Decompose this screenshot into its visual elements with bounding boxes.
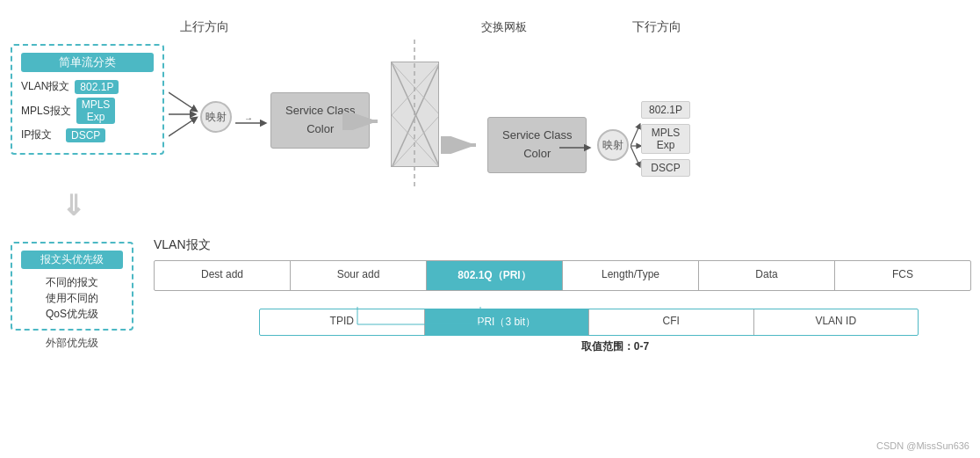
range-text: 取值范围：0-7 <box>259 339 971 354</box>
mapping-circle-upstream: 映射 <box>200 101 232 133</box>
priority-text: 不同的报文使用不同的QoS优先级 <box>21 274 123 322</box>
vlan-cell-fcs: FCS <box>835 261 970 290</box>
vlan-cell-sour: Sour add <box>291 261 427 290</box>
svg-line-0 <box>169 92 195 110</box>
class-label-mpls: MPLS报文 <box>21 104 71 119</box>
watermark: CSDN @MissSun636 <box>876 440 969 451</box>
svg-line-2 <box>169 119 195 136</box>
vlan-cell-dest: Dest add <box>155 261 291 290</box>
class-label-vlan: VLAN报文 <box>21 79 69 94</box>
connector-svg <box>340 307 515 326</box>
mapping-circle-downstream: 映射 <box>597 129 629 161</box>
mapping-label-downstream: 映射 <box>597 129 629 161</box>
output-label-mpls: MPLS Exp <box>641 124 690 154</box>
arrow-from-fabric <box>441 136 485 154</box>
vlan-cell-8021q: 802.1Q（PRI） <box>427 261 563 290</box>
downstream-label: 下行方向 <box>632 19 681 35</box>
sub-cell-vlanid: VLAN ID <box>754 309 919 335</box>
priority-box-inner: 报文头优先级 不同的报文使用不同的QoS优先级 <box>11 242 133 331</box>
class-label-ip: IP报文 <box>21 127 61 142</box>
svg-line-16 <box>631 126 639 146</box>
output-labels: 802.1P MPLS Exp DSCP <box>641 101 690 177</box>
output-label-8021p: 802.1P <box>641 101 690 119</box>
simple-class-title: 简单流分类 <box>21 53 154 72</box>
class-row-vlan: VLAN报文 802.1P <box>21 79 154 94</box>
vlan-cell-length: Length/Type <box>563 261 699 290</box>
class-badge-dscp: DSCP <box>66 128 105 142</box>
class-row-ip: IP报文 DSCP <box>21 127 154 142</box>
arrow-to-fabric <box>342 113 386 130</box>
upstream-label: 上行方向 <box>180 19 229 35</box>
vlan-section: VLAN报文 Dest add Sour add 802.1Q（PRI） Len… <box>154 237 971 354</box>
simple-class-box: 简单流分类 VLAN报文 802.1P MPLS报文 MPLS Exp IP报文… <box>11 44 164 155</box>
sub-frame-container: TPID PRI（3 bit） CFI VLAN ID 取值范围：0-7 <box>154 309 971 354</box>
sub-cell-cfi: CFI <box>589 309 754 335</box>
vlan-title: VLAN报文 <box>154 237 971 253</box>
arrow-to-service-upstream: → <box>235 114 270 132</box>
main-container: 上行方向 下行方向 交换网板 简单流分类 VLAN报文 802.1P MPLS报… <box>0 0 980 458</box>
fabric-divider-line <box>411 40 418 189</box>
priority-box: 报文头优先级 不同的报文使用不同的QoS优先级 外部优先级 <box>11 233 133 351</box>
priority-title: 报文头优先级 <box>21 251 123 269</box>
class-badge-vlan: 802.1P <box>75 80 119 94</box>
class-badge-mpls: MPLS Exp <box>76 98 116 124</box>
svg-line-18 <box>631 146 639 165</box>
switch-fabric-label: 交换网板 <box>481 19 527 35</box>
down-arrow: ⇓ <box>61 189 85 222</box>
mapping-label-upstream: 映射 <box>200 101 232 133</box>
vlan-frame: Dest add Sour add 802.1Q（PRI） Length/Typ… <box>154 260 971 291</box>
output-label-dscp: DSCP <box>641 159 690 177</box>
class-row-mpls: MPLS报文 MPLS Exp <box>21 98 154 124</box>
svg-text:→: → <box>244 114 253 123</box>
simple-class-container: 简单流分类 VLAN报文 802.1P MPLS报文 MPLS Exp IP报文… <box>11 44 164 155</box>
priority-footer: 外部优先级 <box>11 336 133 351</box>
vlan-cell-data: Data <box>699 261 835 290</box>
arrow-to-mapping-downstream <box>559 139 594 156</box>
